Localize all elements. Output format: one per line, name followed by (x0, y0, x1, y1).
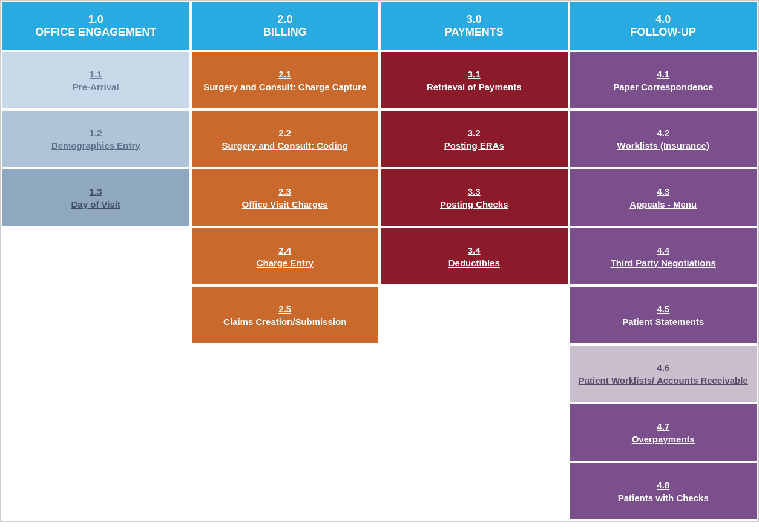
cell-2-4[interactable]: 2.4 Charge Entry (191, 227, 380, 286)
cell-4-8[interactable]: 4.8 Patients with Checks (569, 462, 758, 521)
cell-2-6-empty (191, 344, 380, 403)
header-col1-label: OFFICE ENGAGEMENT (8, 26, 183, 39)
cell-1-5-empty (1, 286, 191, 344)
header-col4: 4.0 FOLLOW-UP (569, 1, 758, 51)
cell-4-6[interactable]: 4.6 Patient Worklists/ Accounts Receivab… (569, 344, 758, 403)
cell-4-7[interactable]: 4.7 Overpayments (569, 403, 758, 462)
cell-1-7-empty (1, 403, 191, 462)
cell-2-8-empty (191, 462, 380, 521)
cell-3-7-empty (380, 403, 569, 462)
cell-1-4-empty (1, 227, 191, 286)
cell-4-1[interactable]: 4.1 Paper Correspondence (569, 51, 758, 110)
header-col2: 2.0 BILLING (191, 1, 380, 51)
cell-3-8-empty (380, 462, 569, 521)
header-col2-label: BILLING (198, 26, 373, 39)
header-col3: 3.0 PAYMENTS (380, 1, 569, 51)
header-col3-label: PAYMENTS (387, 26, 562, 39)
cell-2-7-empty (191, 403, 380, 462)
cell-4-3[interactable]: 4.3 Appeals - Menu (569, 168, 758, 227)
cell-1-2[interactable]: 1.2 Demographics Entry (1, 110, 191, 168)
cell-4-4[interactable]: 4.4 Third Party Negotiations (569, 227, 758, 286)
main-grid: 1.0 OFFICE ENGAGEMENT 2.0 BILLING 3.0 PA… (0, 0, 759, 522)
header-col3-number: 3.0 (387, 13, 562, 26)
cell-3-3[interactable]: 3.3 Posting Checks (380, 168, 569, 227)
cell-4-5[interactable]: 4.5 Patient Statements (569, 286, 758, 344)
header-col1-number: 1.0 (8, 13, 183, 26)
header-col4-number: 4.0 (576, 13, 751, 26)
cell-3-6-empty (380, 344, 569, 403)
header-col4-label: FOLLOW-UP (576, 26, 751, 39)
cell-2-1[interactable]: 2.1 Surgery and Consult: Charge Capture (191, 51, 380, 110)
cell-2-5[interactable]: 2.5 Claims Creation/Submission (191, 286, 380, 344)
cell-4-2[interactable]: 4.2 Worklists (Insurance) (569, 110, 758, 168)
cell-1-6-empty (1, 344, 191, 403)
cell-1-1[interactable]: 1.1 Pre-Arrival (1, 51, 191, 110)
cell-1-3[interactable]: 1.3 Day of Visit (1, 168, 191, 227)
cell-3-4[interactable]: 3.4 Deductibles (380, 227, 569, 286)
cell-2-3[interactable]: 2.3 Office Visit Charges (191, 168, 380, 227)
cell-3-1[interactable]: 3.1 Retrieval of Payments (380, 51, 569, 110)
cell-3-5-empty (380, 286, 569, 344)
cell-2-2[interactable]: 2.2 Surgery and Consult: Coding (191, 110, 380, 168)
cell-3-2[interactable]: 3.2 Posting ERAs (380, 110, 569, 168)
header-col2-number: 2.0 (198, 13, 373, 26)
header-col1: 1.0 OFFICE ENGAGEMENT (1, 1, 191, 51)
cell-1-8-empty (1, 462, 191, 521)
